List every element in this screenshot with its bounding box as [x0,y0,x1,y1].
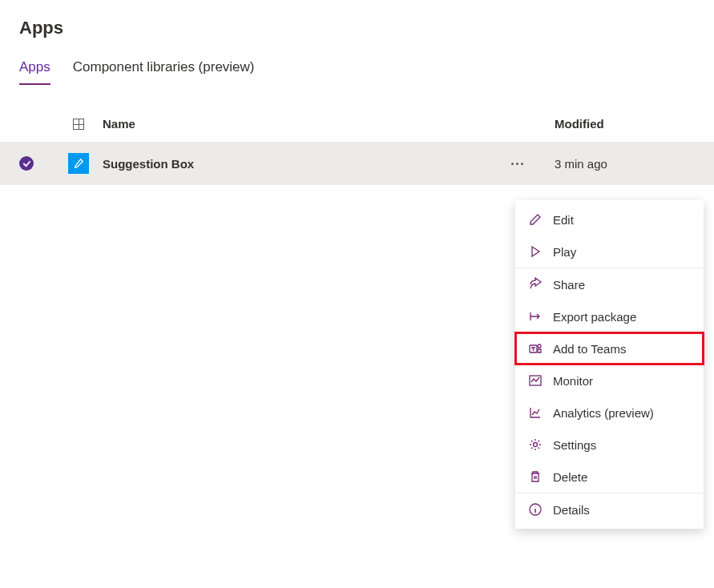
apps-table: Name Modified Suggestion Box 3 min ago [0,109,714,185]
modified-cell: 3 min ago [555,157,695,171]
more-actions-button[interactable] [506,158,555,170]
row-selected-checkmark-icon[interactable] [19,156,34,171]
table-row[interactable]: Suggestion Box 3 min ago [0,142,714,185]
page-title: Apps [0,0,714,45]
app-name[interactable]: Suggestion Box [93,157,506,171]
app-icon [68,153,89,174]
tab-apps[interactable]: Apps [19,59,50,85]
table-header: Name Modified [0,109,714,142]
column-modified[interactable]: Modified [555,117,695,131]
column-name[interactable]: Name [93,117,506,131]
tab-component-libraries[interactable]: Component libraries (preview) [73,59,255,85]
grid-view-icon[interactable] [73,119,84,130]
tabs: Apps Component libraries (preview) [0,45,714,85]
